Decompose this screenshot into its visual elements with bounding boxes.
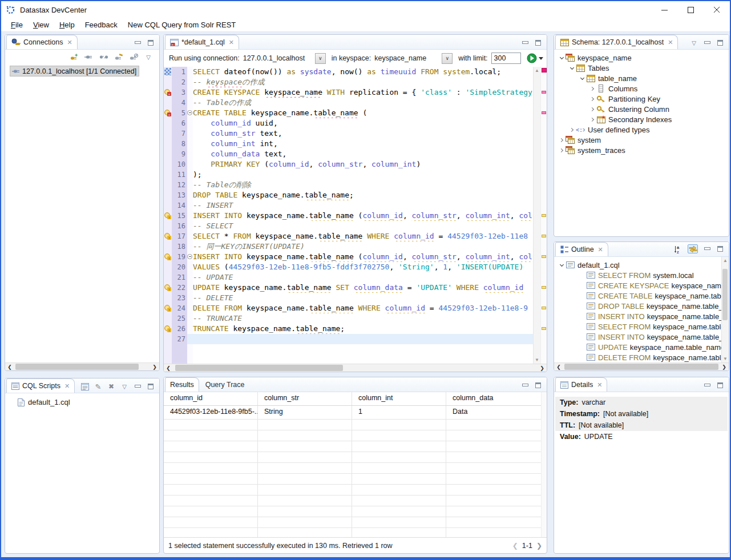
connections-hscrollbar[interactable]: ❮ ❯ — [5, 362, 159, 370]
close-icon[interactable]: ✕ — [668, 39, 673, 46]
tab-schema[interactable]: Schema: 127.0.0.1_localhost ✕ — [555, 35, 678, 49]
collapse-icon[interactable] — [568, 64, 576, 72]
close-icon[interactable]: ✕ — [598, 246, 603, 253]
expand-icon[interactable] — [588, 95, 596, 103]
outline-item-9[interactable]: DELETE FROMkeyspace_name.table_name — [554, 352, 721, 362]
view-menu-icon[interactable]: ▽ — [143, 53, 154, 62]
maximize-view-icon[interactable] — [716, 382, 724, 389]
schema-tree-item-table-name[interactable]: table_name — [554, 73, 729, 83]
schema-tree-item-keyspace-name[interactable]: keyspace_name — [554, 53, 729, 63]
collapse-icon[interactable] — [558, 261, 566, 269]
expand-icon[interactable] — [588, 115, 596, 123]
expand-icon[interactable] — [558, 146, 566, 154]
warning-annotation-icon[interactable]: ! — [164, 283, 172, 293]
maximize-view-icon[interactable] — [147, 39, 155, 46]
scroll-right-icon[interactable]: ❯ — [150, 364, 159, 370]
run-options-dropdown-icon[interactable] — [539, 57, 543, 60]
expand-icon[interactable] — [558, 136, 566, 144]
overview-error-indicator[interactable] — [542, 68, 547, 72]
minimize-view-icon[interactable] — [134, 383, 142, 390]
close-icon[interactable]: ✕ — [597, 381, 602, 389]
column-header[interactable]: column_id — [164, 392, 258, 405]
overview-error-marker[interactable] — [542, 111, 546, 114]
editor-vscrollbar[interactable]: ▲ ▼ — [533, 67, 540, 364]
view-menu-icon[interactable]: ▽ — [120, 383, 128, 390]
overview-warning-marker[interactable] — [542, 255, 546, 258]
results-vscrollbar[interactable] — [541, 392, 547, 537]
menu-item-file[interactable]: File — [6, 19, 28, 30]
collapse-icon[interactable] — [578, 74, 586, 82]
scroll-left-icon[interactable]: ❮ — [5, 364, 14, 370]
overview-warning-marker[interactable] — [542, 235, 546, 237]
menu-item-help[interactable]: Help — [54, 19, 80, 30]
minimize-view-icon[interactable] — [521, 382, 529, 389]
rename-script-icon[interactable]: ✎ — [94, 383, 102, 390]
schema-tree-item-columns[interactable]: Columns — [554, 83, 729, 94]
outline-hscrollbar[interactable]: ❮ ❯ — [554, 362, 729, 370]
overview-error-marker[interactable] — [542, 91, 546, 94]
error-annotation-icon[interactable]: ✕ — [164, 108, 172, 118]
edit-connection-icon[interactable] — [114, 53, 124, 62]
selection-marker-icon[interactable] — [164, 67, 172, 77]
result-row[interactable]: 44529f03-12eb-11e8-9fb5-...String1Data — [164, 406, 541, 420]
tab-editor-default-1-cql[interactable]: x *default_1.cql ✕ — [165, 35, 239, 49]
sort-alphabetical-icon[interactable]: az — [675, 245, 682, 252]
scroll-up-icon[interactable]: ▲ — [535, 67, 539, 74]
link-with-editor-icon[interactable] — [688, 244, 698, 253]
script-list-item[interactable]: default_1.cql — [18, 398, 159, 406]
run-query-button[interactable] — [527, 53, 537, 63]
maximize-view-icon[interactable] — [147, 383, 155, 390]
outline-item-8[interactable]: UPDATEkeyspace_name.table_name — [554, 342, 721, 352]
minimize-view-icon[interactable] — [703, 245, 711, 252]
schema-tree-item-partitioning-key[interactable]: Partitioning Key — [554, 94, 729, 104]
keyspace-dropdown[interactable]: ∨ — [442, 53, 453, 64]
warning-annotation-icon[interactable]: ! — [164, 252, 172, 262]
delete-connection-icon[interactable] — [128, 53, 139, 62]
close-window-icon[interactable] — [704, 1, 730, 18]
outline-item-6[interactable]: SELECT FROMkeyspace_name.table_name — [554, 321, 721, 332]
overview-warning-marker[interactable] — [542, 327, 546, 330]
warning-annotation-icon[interactable]: ! — [164, 303, 172, 313]
schema-tree-item-clustering-column[interactable]: Clustering Column — [554, 104, 729, 114]
scrollbar-thumb[interactable] — [15, 364, 139, 370]
disconnect-icon[interactable] — [99, 53, 109, 62]
view-menu-icon[interactable]: ▽ — [690, 39, 698, 46]
limit-input[interactable] — [491, 53, 521, 64]
expand-icon[interactable] — [568, 126, 576, 134]
scrollbar-thumb[interactable] — [722, 269, 728, 320]
warning-annotation-icon[interactable]: ! — [164, 231, 172, 241]
column-header[interactable]: column_int — [352, 392, 446, 405]
tab-cql-scripts[interactable]: CQL Scripts ✕ — [6, 378, 75, 393]
schema-tree-item-tables[interactable]: Tables — [554, 63, 729, 73]
maximize-view-icon[interactable] — [716, 39, 724, 46]
overview-warning-marker[interactable] — [542, 307, 546, 309]
outline-item-0[interactable]: default_1.cql — [554, 260, 721, 270]
error-annotation-icon[interactable]: ✕ — [164, 87, 172, 98]
schema-tree-item-user-defined-types[interactable]: <:>User defined types — [554, 124, 729, 135]
tab-connections[interactable]: Connections ✕ — [6, 35, 78, 49]
editor-hscrollbar[interactable]: ❮ ❯ — [164, 364, 547, 372]
scrollbar-thumb[interactable] — [175, 365, 343, 371]
scrollbar-thumb[interactable] — [564, 364, 718, 370]
next-page-icon[interactable]: ❯ — [536, 542, 542, 550]
scroll-down-icon[interactable]: ▼ — [723, 355, 728, 362]
outline-vscrollbar[interactable]: ▲ ▼ — [721, 257, 729, 362]
schema-tree-item-system-traces[interactable]: system_traces — [554, 145, 729, 155]
outline-item-3[interactable]: CREATE TABLEkeyspace_name.table_name — [554, 291, 721, 301]
maximize-window-icon[interactable] — [677, 1, 704, 18]
connection-list-item[interactable]: 127.0.0.1_localhost [1/1 Connected] — [10, 66, 139, 76]
outline-item-5[interactable]: INSERT INTOkeyspace_name.table_name — [554, 311, 721, 321]
menu-item-view[interactable]: View — [28, 19, 54, 30]
scroll-right-icon[interactable]: ❯ — [720, 364, 729, 370]
menu-item-new-cql-query-from-solr-rest[interactable]: New CQL Query from Solr REST — [123, 19, 241, 30]
warning-annotation-icon[interactable]: ! — [164, 211, 172, 221]
maximize-view-icon[interactable] — [534, 382, 542, 389]
fold-toggle-icon[interactable] — [187, 252, 193, 262]
code-editor[interactable]: 1SELECT dateof(now()) as sysdate, now() … — [164, 67, 533, 364]
scroll-left-icon[interactable]: ❮ — [164, 365, 173, 371]
prev-page-icon[interactable]: ❮ — [512, 542, 518, 550]
scroll-down-icon[interactable]: ▼ — [535, 356, 539, 364]
close-icon[interactable]: ✕ — [64, 382, 70, 390]
fold-toggle-icon[interactable] — [187, 108, 193, 118]
tab-details[interactable]: Details ✕ — [555, 377, 607, 392]
